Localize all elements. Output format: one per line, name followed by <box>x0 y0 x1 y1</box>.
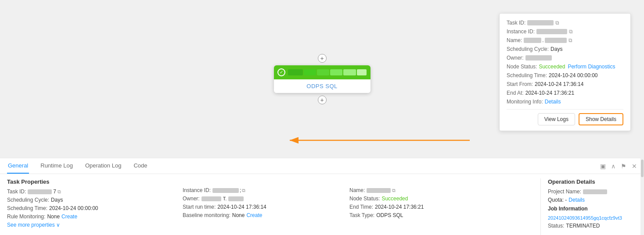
task-properties-title: Task Properties <box>7 178 174 185</box>
popup-scheduling-cycle-value: Days <box>550 46 562 52</box>
rule-monitoring-create-link[interactable]: Create <box>61 214 77 220</box>
popup-name-value2 <box>545 38 567 43</box>
prop-task-id: Task ID: 7 ⧉ <box>7 189 174 195</box>
popup-instance-id-label: Instance ID: <box>507 28 535 35</box>
canvas-area: + ✓ ODPS SQL + Tas <box>0 0 644 158</box>
panel-up-icon[interactable]: ∧ <box>611 163 615 170</box>
prop-node-status-label: Node Status: <box>349 196 380 202</box>
popup-end-at-row: End At: 2024-10-24 17:36:21 <box>507 90 623 96</box>
prop-rule-monitoring: Rule Monitoring: None Create <box>7 214 174 220</box>
prop-name-label: Name: <box>349 187 365 193</box>
op-project-name-value <box>583 189 607 194</box>
panel-pin-icon[interactable]: ⚑ <box>621 163 626 170</box>
node-label: ODPS SQL <box>274 79 371 93</box>
prop-instance-id-copy[interactable]: ⧉ <box>242 188 245 193</box>
arrow-indicator <box>285 134 470 148</box>
popup-task-id-copy[interactable]: ⧉ <box>555 20 559 26</box>
prop-instance-id-label: Instance ID: <box>183 187 211 193</box>
op-quota-details-link[interactable]: Details <box>568 197 585 203</box>
popup-node-status-value: Succeeded <box>539 64 565 70</box>
popup-scheduling-cycle-row: Scheduling Cycle: Days <box>507 46 623 52</box>
popup-name-value1 <box>524 38 541 43</box>
prop-baseline-label: Baseline monitoring: <box>183 212 230 218</box>
prop-end-time: End Time: 2024-10-24 17:36:21 <box>349 204 540 210</box>
prop-rule-monitoring-value: None <box>47 214 60 220</box>
bottom-content: Task Properties Task ID: 7 ⧉ Scheduling … <box>0 174 644 235</box>
op-project-name: Project Name: <box>548 189 637 195</box>
popup-owner-row: Owner: <box>507 55 623 61</box>
popup-end-at-label: End At: <box>507 90 524 96</box>
tabs-bar: General Runtime Log Operation Log Code ▣… <box>0 158 644 174</box>
add-upstream-btn[interactable]: + <box>318 54 327 63</box>
prop-owner-divider: T. <box>223 196 227 201</box>
prop-scheduling-time-value: 2024-10-24 00:00:00 <box>49 205 98 211</box>
prop-scheduling-time-label: Scheduling Time: <box>7 205 47 211</box>
popup-instance-id-row: Instance ID: ⧉ <box>507 28 623 35</box>
prop-owner-value <box>201 196 221 201</box>
prop-name-value <box>367 188 391 193</box>
op-job-link[interactable]: 20241024093614955gq1cqcfz9vt3 <box>548 215 622 221</box>
popup-instance-id-value <box>536 29 567 34</box>
prop-owner-label: Owner: <box>183 196 200 202</box>
arrow-svg <box>285 134 470 147</box>
op-job-link-row: 20241024093614955gq1cqcfz9vt3 <box>548 215 637 221</box>
show-details-button[interactable]: Show Details <box>579 113 623 125</box>
prop-task-type-value: ODPS SQL <box>376 212 403 218</box>
prop-owner: Owner: T. <box>183 196 341 202</box>
view-logs-button[interactable]: View Logs <box>538 113 575 125</box>
prop-name: Name: ⧉ <box>349 187 540 193</box>
prop-scheduling-cycle: Scheduling Cycle: Days <box>7 197 174 203</box>
panel-close-icon[interactable]: ✕ <box>632 163 637 170</box>
tab-general[interactable]: General <box>7 158 29 174</box>
scrollbar[interactable] <box>640 158 644 235</box>
bottom-panel: General Runtime Log Operation Log Code ▣… <box>0 158 644 235</box>
popup-scheduling-time-value: 2024-10-24 00:00:00 <box>549 72 597 78</box>
node-progress-bars <box>288 69 367 75</box>
popup-name-copy[interactable]: ⧉ <box>568 37 572 43</box>
popup-instance-id-copy[interactable]: ⧉ <box>569 28 573 35</box>
baseline-create-link[interactable]: Create <box>246 212 262 218</box>
popup-perform-diagnostics-link[interactable]: Perform Diagnostics <box>568 64 615 70</box>
popup-task-id-value <box>527 20 554 25</box>
prop-task-id-copy[interactable]: ⧉ <box>58 189 61 195</box>
popup-card: Task ID: ⧉ Instance ID: ⧉ Name: . ⧉ Sche… <box>499 13 631 131</box>
popup-name-row: Name: . ⧉ <box>507 37 623 43</box>
node-box[interactable]: ✓ ODPS SQL <box>274 65 371 93</box>
popup-owner-label: Owner: <box>507 55 524 61</box>
prop-instance-id-suffix: ; <box>240 187 241 193</box>
prop-node-status: Node Status: Succeeded <box>349 196 540 202</box>
popup-task-id-row: Task ID: ⧉ <box>507 20 623 26</box>
scrollbar-thumb <box>641 160 644 177</box>
tab-operation-log[interactable]: Operation Log <box>84 158 122 174</box>
popup-buttons: View Logs Show Details <box>507 109 623 125</box>
popup-monitoring-details-link[interactable]: Details <box>545 99 561 105</box>
prop-task-id-value <box>28 189 52 194</box>
see-more-properties[interactable]: See more properties ∨ <box>7 222 174 228</box>
op-project-name-label: Project Name: <box>548 189 581 195</box>
prop-name-copy[interactable]: ⧉ <box>392 188 396 193</box>
op-status-label: Status: <box>548 223 564 229</box>
prop-baseline: Baseline monitoring: None Create <box>183 212 341 218</box>
tab-runtime-log[interactable]: Runtime Log <box>40 158 74 174</box>
panel-resize-icon[interactable]: ▣ <box>600 163 606 170</box>
popup-monitoring-row: Monitoring Info: Details <box>507 99 623 105</box>
op-status-row: Status: TERMINATED <box>548 223 637 229</box>
tab-code[interactable]: Code <box>133 158 148 174</box>
left-col: Task Properties Task ID: 7 ⧉ Scheduling … <box>7 178 174 235</box>
popup-scheduling-cycle-label: Scheduling Cycle: <box>507 46 549 52</box>
add-downstream-btn[interactable]: + <box>318 96 327 104</box>
popup-start-from-label: Start From: <box>507 81 533 87</box>
popup-start-from-row: Start From: 2024-10-24 17:36:14 <box>507 81 623 87</box>
popup-name-label: Name: <box>507 37 522 43</box>
tabs-left: General Runtime Log Operation Log Code <box>7 158 148 174</box>
prop-owner-value2 <box>228 196 244 201</box>
popup-scheduling-time-label: Scheduling Time: <box>507 72 547 78</box>
prop-task-type: Task Type: ODPS SQL <box>349 212 540 218</box>
prop-scheduling-time: Scheduling Time: 2024-10-24 00:00:00 <box>7 205 174 211</box>
popup-start-from-value: 2024-10-24 17:36:14 <box>535 81 583 87</box>
prop-scheduling-cycle-label: Scheduling Cycle: <box>7 197 49 203</box>
prop-task-id-label: Task ID: <box>7 189 26 195</box>
popup-node-status-label: Node Status: <box>507 64 537 70</box>
prop-task-type-label: Task Type: <box>349 212 374 218</box>
popup-scheduling-time-row: Scheduling Time: 2024-10-24 00:00:00 <box>507 72 623 78</box>
